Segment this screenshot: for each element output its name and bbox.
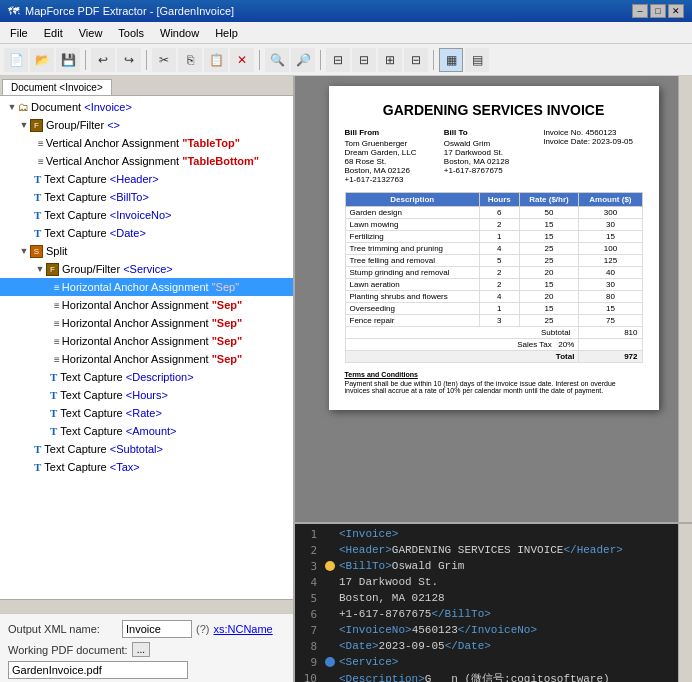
expand-dot-blue[interactable] (325, 657, 335, 667)
sep5 (433, 50, 434, 70)
copy-button[interactable]: ⎘ (178, 48, 202, 72)
line-number: 7 (297, 624, 325, 637)
browse-pdf-button[interactable]: ... (132, 642, 150, 657)
toggle-group1[interactable]: ▼ (18, 119, 30, 131)
output-xml-input[interactable] (122, 620, 192, 638)
tree-node-hanchor1[interactable]: ≡ Horizontal Anchor Assignment "Sep" (0, 278, 293, 296)
tree-node-billto[interactable]: T Text Capture <BillTo> (0, 188, 293, 206)
find-button[interactable]: 🔍 (265, 48, 289, 72)
pdf-header-section: Bill From Tom Gruenberger Dream Garden, … (345, 128, 643, 184)
help-icon[interactable]: (?) (196, 623, 209, 635)
find2-button[interactable]: 🔎 (291, 48, 315, 72)
table-cell: 40 (579, 267, 642, 279)
align3-button[interactable]: ⊞ (378, 48, 402, 72)
xml-line: 6 +1-617-8767675</BillTo> (295, 606, 678, 622)
undo-button[interactable]: ↩ (91, 48, 115, 72)
tree-node-group2[interactable]: ▼ F Group/Filter <Service> (0, 260, 293, 278)
tree-node-invoiceno[interactable]: T Text Capture <InvoiceNo> (0, 206, 293, 224)
toggle-split[interactable]: ▼ (18, 245, 30, 257)
table-cell: 2 (479, 267, 519, 279)
xml-line: 4 17 Darkwood St. (295, 574, 678, 590)
billto-addr2: Boston, MA 02128 (444, 157, 543, 166)
toggle-group2[interactable]: ▼ (34, 263, 46, 275)
pdf-file-input[interactable] (8, 661, 188, 679)
doc-tab[interactable]: Document <Invoice> (2, 79, 112, 95)
open-button[interactable]: 📂 (30, 48, 54, 72)
tree-node-date[interactable]: T Text Capture <Date> (0, 224, 293, 242)
xs-ncname-link[interactable]: xs:NCName (213, 623, 272, 635)
tree-node-description[interactable]: T Text Capture <Description> (0, 368, 293, 386)
view2-button[interactable]: ▤ (465, 48, 489, 72)
line-content: Boston, MA 02128 (339, 592, 445, 604)
align4-button[interactable]: ⊟ (404, 48, 428, 72)
text-icon: T (50, 425, 57, 437)
menu-bar: File Edit View Tools Window Help (0, 22, 692, 44)
billfrom-company: Dream Garden, LLC (345, 148, 444, 157)
tree-node-rate[interactable]: T Text Capture <Rate> (0, 404, 293, 422)
tree-node-tax[interactable]: T Text Capture <Tax> (0, 458, 293, 476)
tree-node-hours[interactable]: T Text Capture <Hours> (0, 386, 293, 404)
subtotal-row: Subtotal 810 (345, 327, 642, 339)
right-panel: GARDENING SERVICES INVOICE Bill From Tom… (295, 76, 692, 682)
paste-button[interactable]: 📋 (204, 48, 228, 72)
tree-node-group1[interactable]: ▼ F Group/Filter <> (0, 116, 293, 134)
doc-tab-bar: Document <Invoice> (0, 76, 293, 96)
tree-hscrollbar[interactable] (0, 599, 293, 613)
delete-button[interactable]: ✕ (230, 48, 254, 72)
menu-tools[interactable]: Tools (110, 25, 152, 41)
tree-node-hanchor3[interactable]: ≡ Horizontal Anchor Assignment "Sep" (0, 314, 293, 332)
xml-text-span: Oswald Grim (392, 560, 465, 572)
new-button[interactable]: 📄 (4, 48, 28, 72)
billfrom-addr2: Boston, MA 02126 (345, 166, 444, 175)
toggle-doc[interactable]: ▼ (6, 101, 18, 113)
tree-node-amount[interactable]: T Text Capture <Amount> (0, 422, 293, 440)
invoice-date: Invoice Date: 2023-09-05 (543, 137, 642, 146)
tree-node-split[interactable]: ▼ S Split (0, 242, 293, 260)
node-label: Vertical Anchor Assignment (46, 137, 182, 149)
save-button[interactable]: 💾 (56, 48, 80, 72)
tree-node-vanchor2[interactable]: ≡ Vertical Anchor Assignment "TableBotto… (0, 152, 293, 170)
align1-button[interactable]: ⊟ (326, 48, 350, 72)
tree-node-subtotal[interactable]: T Text Capture <Subtotal> (0, 440, 293, 458)
minimize-button[interactable]: – (632, 4, 648, 18)
close-button[interactable]: ✕ (668, 4, 684, 18)
align2-button[interactable]: ⊟ (352, 48, 376, 72)
maximize-button[interactable]: □ (650, 4, 666, 18)
xml-text-span: Boston, MA 02128 (339, 592, 445, 604)
text-icon: T (50, 389, 57, 401)
menu-edit[interactable]: Edit (36, 25, 71, 41)
node-label: Document (31, 101, 84, 113)
sep1 (85, 50, 86, 70)
menu-view[interactable]: View (71, 25, 111, 41)
xml-scrollbar[interactable] (678, 524, 692, 682)
xml-tag-span: </Header> (563, 544, 622, 556)
tree-node-header[interactable]: T Text Capture <Header> (0, 170, 293, 188)
tree-node-hanchor5[interactable]: ≡ Horizontal Anchor Assignment "Sep" (0, 350, 293, 368)
table-cell: 50 (519, 207, 579, 219)
line-number: 4 (297, 576, 325, 589)
menu-help[interactable]: Help (207, 25, 246, 41)
table-cell: 3 (479, 315, 519, 327)
pdf-file-row (8, 661, 285, 679)
tree-node-hanchor4[interactable]: ≡ Horizontal Anchor Assignment "Sep" (0, 332, 293, 350)
table-row: Lawn mowing21530 (345, 219, 642, 231)
expand-dot-yellow[interactable] (325, 561, 335, 571)
table-cell: 15 (519, 219, 579, 231)
menu-file[interactable]: File (2, 25, 36, 41)
tree-node-document[interactable]: ▼ 🗂 Document <Invoice> (0, 98, 293, 116)
view1-button[interactable]: ▦ (439, 48, 463, 72)
xml-text-span: 17 Darkwood St. (339, 576, 438, 588)
cut-button[interactable]: ✂ (152, 48, 176, 72)
xml-line: 3 <BillTo>Oswald Grim (295, 558, 678, 574)
group-icon: F (30, 118, 43, 132)
xml-text-span: GARDENING SERVICES INVOICE (392, 544, 564, 556)
pdf-scrollbar[interactable] (678, 76, 692, 522)
table-cell: 25 (519, 243, 579, 255)
table-cell: 100 (579, 243, 642, 255)
redo-button[interactable]: ↪ (117, 48, 141, 72)
tree-node-vanchor1[interactable]: ≡ Vertical Anchor Assignment "TableTop" (0, 134, 293, 152)
menu-window[interactable]: Window (152, 25, 207, 41)
node-label: Split (46, 245, 67, 257)
table-cell: 75 (579, 315, 642, 327)
tree-node-hanchor2[interactable]: ≡ Horizontal Anchor Assignment "Sep" (0, 296, 293, 314)
